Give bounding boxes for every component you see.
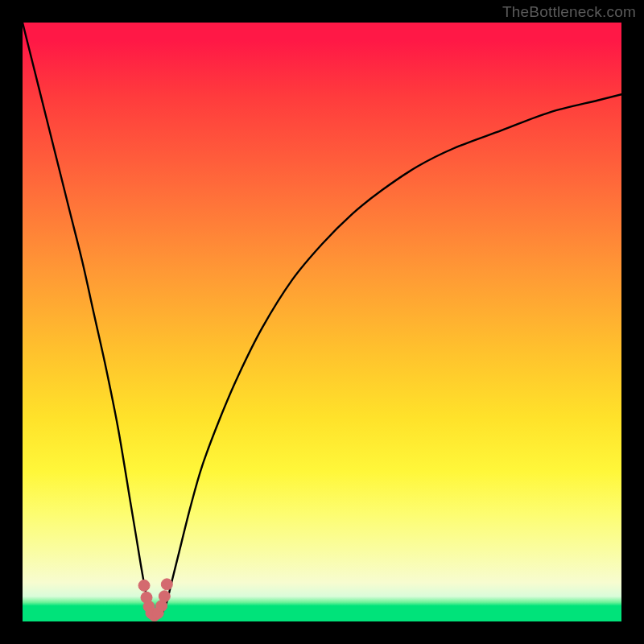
plot-area xyxy=(23,23,621,621)
min-marker xyxy=(138,580,150,591)
min-marker xyxy=(159,591,170,602)
min-marker xyxy=(161,579,172,590)
curve-layer xyxy=(23,23,621,621)
min-highlight-markers xyxy=(138,579,172,621)
watermark-text: TheBottleneck.com xyxy=(502,3,636,21)
bottleneck-curve xyxy=(23,23,621,617)
chart-frame: TheBottleneck.com xyxy=(0,0,644,644)
